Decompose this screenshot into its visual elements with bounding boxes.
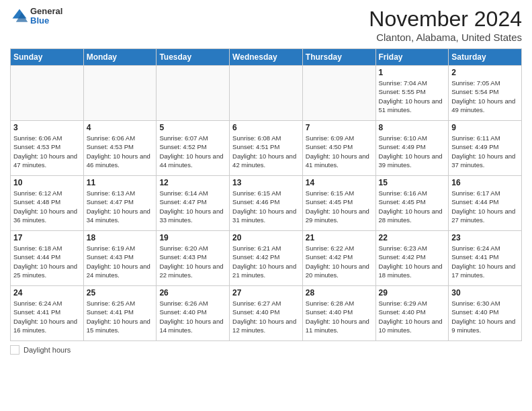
footer: Daylight hours xyxy=(10,345,522,355)
weekday-header-sunday: Sunday xyxy=(11,49,84,66)
day-info: Sunrise: 6:07 AM Sunset: 4:52 PM Dayligh… xyxy=(159,134,226,169)
calendar-cell: 24Sunrise: 6:24 AM Sunset: 4:41 PM Dayli… xyxy=(11,286,84,341)
day-number: 26 xyxy=(159,288,226,298)
calendar-cell: 23Sunrise: 6:24 AM Sunset: 4:41 PM Dayli… xyxy=(449,231,522,286)
day-info: Sunrise: 6:12 AM Sunset: 4:48 PM Dayligh… xyxy=(13,189,81,224)
daylight-box xyxy=(10,345,19,355)
calendar-cell: 2Sunrise: 7:05 AM Sunset: 5:54 PM Daylig… xyxy=(449,66,522,121)
week-row-1: 3Sunrise: 6:06 AM Sunset: 4:53 PM Daylig… xyxy=(11,121,522,176)
day-info: Sunrise: 7:04 AM Sunset: 5:55 PM Dayligh… xyxy=(379,79,446,114)
logo-general-text: General xyxy=(30,7,62,16)
day-number: 13 xyxy=(232,178,300,187)
calendar-cell: 19Sunrise: 6:20 AM Sunset: 4:43 PM Dayli… xyxy=(157,231,230,286)
calendar-cell: 11Sunrise: 6:13 AM Sunset: 4:47 PM Dayli… xyxy=(83,176,157,231)
calendar-cell: 27Sunrise: 6:27 AM Sunset: 4:40 PM Dayli… xyxy=(230,286,303,341)
week-row-3: 17Sunrise: 6:18 AM Sunset: 4:44 PM Dayli… xyxy=(11,231,522,286)
day-info: Sunrise: 6:23 AM Sunset: 4:42 PM Dayligh… xyxy=(379,244,446,279)
calendar-cell: 20Sunrise: 6:21 AM Sunset: 4:42 PM Dayli… xyxy=(230,231,303,286)
day-info: Sunrise: 6:14 AM Sunset: 4:47 PM Dayligh… xyxy=(159,189,226,224)
week-row-4: 24Sunrise: 6:24 AM Sunset: 4:41 PM Dayli… xyxy=(11,286,522,341)
day-number: 29 xyxy=(379,288,446,298)
day-info: Sunrise: 6:27 AM Sunset: 4:40 PM Dayligh… xyxy=(232,299,300,334)
day-number: 19 xyxy=(159,233,226,242)
month-title: November 2024 xyxy=(369,7,522,32)
logo-blue-text: Blue xyxy=(30,16,62,26)
calendar-cell: 8Sunrise: 6:10 AM Sunset: 4:49 PM Daylig… xyxy=(375,121,449,176)
day-info: Sunrise: 6:26 AM Sunset: 4:40 PM Dayligh… xyxy=(159,299,226,334)
day-info: Sunrise: 6:18 AM Sunset: 4:44 PM Dayligh… xyxy=(13,244,81,279)
logo-text: General Blue xyxy=(30,7,62,26)
calendar-cell xyxy=(230,66,303,121)
day-number: 18 xyxy=(87,233,154,242)
day-info: Sunrise: 6:06 AM Sunset: 4:53 PM Dayligh… xyxy=(87,134,154,169)
day-info: Sunrise: 6:30 AM Sunset: 4:40 PM Dayligh… xyxy=(451,299,519,334)
logo: General Blue xyxy=(10,7,62,26)
page: General Blue November 2024 Clanton, Alab… xyxy=(0,0,532,411)
calendar-cell xyxy=(302,66,375,121)
calendar-cell: 16Sunrise: 6:17 AM Sunset: 4:44 PM Dayli… xyxy=(449,176,522,231)
day-info: Sunrise: 6:29 AM Sunset: 4:40 PM Dayligh… xyxy=(379,299,446,334)
day-info: Sunrise: 7:05 AM Sunset: 5:54 PM Dayligh… xyxy=(451,79,519,114)
calendar-cell: 7Sunrise: 6:09 AM Sunset: 4:50 PM Daylig… xyxy=(302,121,375,176)
calendar-cell: 3Sunrise: 6:06 AM Sunset: 4:53 PM Daylig… xyxy=(11,121,84,176)
day-number: 17 xyxy=(13,233,81,242)
day-number: 24 xyxy=(13,288,81,298)
day-info: Sunrise: 6:06 AM Sunset: 4:53 PM Dayligh… xyxy=(13,134,81,169)
day-info: Sunrise: 6:13 AM Sunset: 4:47 PM Dayligh… xyxy=(87,189,154,224)
weekday-header-tuesday: Tuesday xyxy=(157,49,230,66)
header: General Blue November 2024 Clanton, Alab… xyxy=(10,7,522,43)
calendar-cell xyxy=(83,66,157,121)
day-number: 11 xyxy=(87,178,154,187)
calendar-cell: 29Sunrise: 6:29 AM Sunset: 4:40 PM Dayli… xyxy=(375,286,449,341)
week-row-0: 1Sunrise: 7:04 AM Sunset: 5:55 PM Daylig… xyxy=(11,66,522,121)
day-number: 3 xyxy=(13,123,81,132)
week-row-2: 10Sunrise: 6:12 AM Sunset: 4:48 PM Dayli… xyxy=(11,176,522,231)
calendar-cell: 22Sunrise: 6:23 AM Sunset: 4:42 PM Dayli… xyxy=(375,231,449,286)
day-number: 28 xyxy=(306,288,373,298)
location: Clanton, Alabama, United States xyxy=(369,32,522,43)
day-number: 23 xyxy=(451,233,519,242)
day-number: 6 xyxy=(232,123,300,132)
calendar-cell: 1Sunrise: 7:04 AM Sunset: 5:55 PM Daylig… xyxy=(375,66,449,121)
weekday-header-row: SundayMondayTuesdayWednesdayThursdayFrid… xyxy=(11,49,522,66)
day-number: 4 xyxy=(87,123,154,132)
day-number: 12 xyxy=(159,178,226,187)
weekday-header-saturday: Saturday xyxy=(449,49,522,66)
day-number: 7 xyxy=(306,123,373,132)
calendar-cell: 12Sunrise: 6:14 AM Sunset: 4:47 PM Dayli… xyxy=(157,176,230,231)
calendar-cell: 5Sunrise: 6:07 AM Sunset: 4:52 PM Daylig… xyxy=(157,121,230,176)
calendar-cell: 18Sunrise: 6:19 AM Sunset: 4:43 PM Dayli… xyxy=(83,231,157,286)
calendar-cell: 4Sunrise: 6:06 AM Sunset: 4:53 PM Daylig… xyxy=(83,121,157,176)
day-number: 16 xyxy=(451,178,519,187)
day-number: 14 xyxy=(306,178,373,187)
calendar-cell: 6Sunrise: 6:08 AM Sunset: 4:51 PM Daylig… xyxy=(230,121,303,176)
day-number: 5 xyxy=(159,123,226,132)
calendar-cell: 10Sunrise: 6:12 AM Sunset: 4:48 PM Dayli… xyxy=(11,176,84,231)
day-info: Sunrise: 6:19 AM Sunset: 4:43 PM Dayligh… xyxy=(87,244,154,279)
day-info: Sunrise: 6:09 AM Sunset: 4:50 PM Dayligh… xyxy=(306,134,373,169)
weekday-header-monday: Monday xyxy=(83,49,157,66)
calendar-cell: 30Sunrise: 6:30 AM Sunset: 4:40 PM Dayli… xyxy=(449,286,522,341)
day-number: 22 xyxy=(379,233,446,242)
day-number: 25 xyxy=(87,288,154,298)
day-info: Sunrise: 6:21 AM Sunset: 4:42 PM Dayligh… xyxy=(232,244,300,279)
logo-icon xyxy=(10,7,29,26)
calendar-cell: 15Sunrise: 6:16 AM Sunset: 4:45 PM Dayli… xyxy=(375,176,449,231)
day-info: Sunrise: 6:20 AM Sunset: 4:43 PM Dayligh… xyxy=(159,244,226,279)
day-info: Sunrise: 6:22 AM Sunset: 4:42 PM Dayligh… xyxy=(306,244,373,279)
day-number: 9 xyxy=(451,123,519,132)
day-number: 10 xyxy=(13,178,81,187)
day-number: 15 xyxy=(379,178,446,187)
day-info: Sunrise: 6:17 AM Sunset: 4:44 PM Dayligh… xyxy=(451,189,519,224)
calendar-cell: 9Sunrise: 6:11 AM Sunset: 4:49 PM Daylig… xyxy=(449,121,522,176)
weekday-header-thursday: Thursday xyxy=(302,49,375,66)
daylight-label: Daylight hours xyxy=(24,346,71,354)
day-info: Sunrise: 6:11 AM Sunset: 4:49 PM Dayligh… xyxy=(451,134,519,169)
weekday-header-friday: Friday xyxy=(375,49,449,66)
day-info: Sunrise: 6:10 AM Sunset: 4:49 PM Dayligh… xyxy=(379,134,446,169)
calendar-cell xyxy=(157,66,230,121)
day-info: Sunrise: 6:08 AM Sunset: 4:51 PM Dayligh… xyxy=(232,134,300,169)
calendar-cell: 13Sunrise: 6:15 AM Sunset: 4:46 PM Dayli… xyxy=(230,176,303,231)
calendar-cell: 25Sunrise: 6:25 AM Sunset: 4:41 PM Dayli… xyxy=(83,286,157,341)
day-info: Sunrise: 6:25 AM Sunset: 4:41 PM Dayligh… xyxy=(87,299,154,334)
